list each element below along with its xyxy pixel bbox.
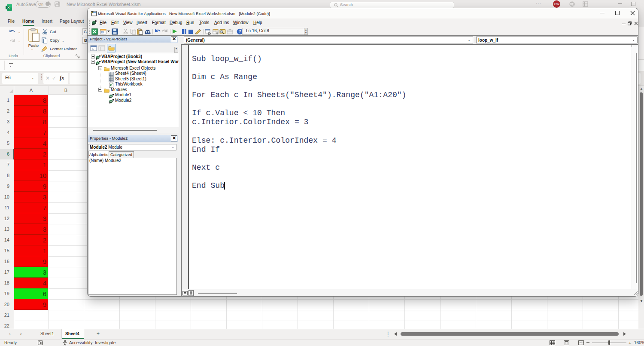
svg-text:?: ? — [239, 29, 241, 34]
svg-text:X: X — [7, 6, 9, 9]
